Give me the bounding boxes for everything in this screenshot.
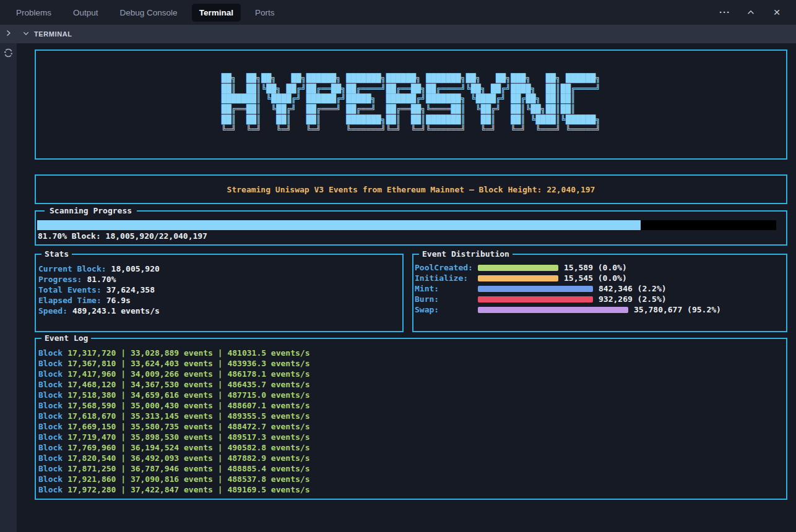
terminal-section-header[interactable]: TERMINAL	[17, 25, 796, 43]
vscode-window: Problems Output Debug Console Terminal P…	[0, 0, 796, 532]
log-row: Block17,820,540 | 36,492,093 events | 48…	[38, 453, 786, 463]
stream-subtitle: Streaming Uniswap V3 Events from Ethereu…	[227, 185, 595, 194]
burn-bar	[478, 296, 593, 302]
stat-progress: Progress:81.70%	[38, 274, 402, 285]
scanning-progress-title: Scanning Progress	[45, 206, 137, 215]
log-row: Block17,317,720 | 33,028,889 events | 48…	[38, 348, 786, 358]
log-row: Block17,719,470 | 35,898,530 events | 48…	[38, 432, 786, 442]
chevron-right-icon[interactable]	[4, 28, 12, 40]
log-row: Block17,568,590 | 35,000,430 events | 48…	[38, 400, 786, 411]
log-row: Block17,871,250 | 36,787,946 events | 48…	[38, 463, 786, 474]
log-row: Block17,972,280 | 37,422,847 events | 48…	[38, 484, 786, 495]
panel-actions: ··· ×	[719, 7, 796, 18]
stat-elapsed-time: Elapsed Time:76.9s	[38, 295, 402, 306]
chevron-down-icon[interactable]	[22, 28, 30, 40]
terminal-viewport: ██╗ ██╗██╗ ██╗██████╗ ███████╗██████╗ ██…	[17, 43, 796, 532]
strip-header-segment	[0, 25, 17, 43]
progress-bar-track	[37, 220, 776, 230]
initialize-bar	[478, 275, 558, 281]
dist-row-poolcreated: PoolCreated: 15,589 (0.0%)	[415, 262, 786, 273]
more-actions-icon[interactable]: ···	[719, 7, 730, 18]
dist-row-mint: Mint: 842,346 (2.2%)	[415, 283, 786, 294]
maximize-panel-icon[interactable]	[745, 7, 756, 18]
panel-tab-bar: Problems Output Debug Console Terminal P…	[0, 0, 796, 25]
log-row: Block17,618,670 | 35,313,145 events | 48…	[38, 411, 786, 421]
swap-bar	[478, 307, 628, 313]
hypersync-ascii-art: ██╗ ██╗██╗ ██╗██████╗ ███████╗██████╗ ██…	[222, 74, 601, 135]
poolcreated-bar	[478, 265, 558, 271]
progress-status-text: 81.70% Block: 18,005,920/22,040,197	[37, 231, 776, 241]
log-row: Block17,367,810 | 33,624,403 events | 48…	[38, 358, 786, 369]
event-distribution-title: Event Distribution	[419, 249, 513, 259]
log-row: Block17,769,960 | 36,194,524 events | 49…	[38, 442, 786, 453]
stats-box: Stats Current Block:18,005,920 Progress:…	[35, 254, 404, 332]
event-log-title: Event Log	[41, 333, 91, 343]
hypersync-banner-box: ██╗ ██╗██╗ ██╗██████╗ ███████╗██████╗ ██…	[35, 49, 787, 160]
log-row: Block17,417,960 | 34,009,266 events | 48…	[38, 369, 786, 379]
progress-fill	[37, 220, 641, 230]
dist-row-burn: Burn: 932,269 (2.5%)	[415, 294, 786, 304]
stream-subtitle-box: Streaming Uniswap V3 Events from Ethereu…	[35, 174, 787, 204]
stats-title: Stats	[41, 249, 72, 259]
tab-ports[interactable]: Ports	[248, 4, 282, 22]
stat-current-block: Current Block:18,005,920	[38, 264, 402, 274]
event-distribution-box: Event Distribution PoolCreated: 15,589 (…	[412, 254, 787, 332]
log-row: Block17,468,120 | 34,367,530 events | 48…	[38, 379, 786, 390]
stats-distribution-row: Stats Current Block:18,005,920 Progress:…	[35, 254, 787, 332]
terminal-panel: TERMINAL ██╗ ██╗██╗ ██╗██████╗ ███████╗█…	[17, 25, 796, 532]
terminal-side-strip	[0, 25, 17, 532]
close-panel-icon[interactable]: ×	[771, 7, 782, 18]
log-row: Block17,518,380 | 34,659,616 events | 48…	[38, 390, 786, 400]
sync-icon[interactable]	[3, 48, 14, 61]
log-row: Block17,669,150 | 35,580,735 events | 48…	[38, 421, 786, 432]
tab-terminal[interactable]: Terminal	[192, 4, 241, 22]
panel-body: TERMINAL ██╗ ██╗██╗ ██╗██████╗ ███████╗█…	[0, 25, 796, 532]
log-row: Block17,921,860 | 37,090,816 events | 48…	[38, 474, 786, 484]
dist-row-initialize: Initialize: 15,545 (0.0%)	[415, 273, 786, 283]
dist-row-swap: Swap: 35,780,677 (95.2%)	[415, 304, 786, 315]
stat-speed: Speed:489,243.1 events/s	[38, 306, 402, 316]
tab-problems[interactable]: Problems	[9, 4, 59, 22]
mint-bar	[478, 286, 593, 292]
scanning-progress-box: Scanning Progress 81.70% Block: 18,005,9…	[35, 210, 787, 246]
stat-total-events: Total Events:37,624,358	[38, 285, 402, 295]
terminal-section-label: TERMINAL	[34, 30, 72, 38]
tab-output[interactable]: Output	[66, 4, 106, 22]
event-log-box: Event Log Block17,317,720 | 33,028,889 e…	[35, 338, 787, 500]
tab-debug-console[interactable]: Debug Console	[113, 4, 185, 22]
